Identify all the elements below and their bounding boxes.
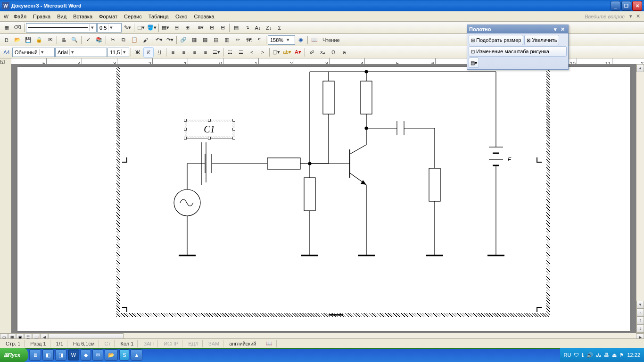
eraser-icon[interactable]: ⌫ [12,23,23,33]
status-trk[interactable]: ИСПР [160,340,182,347]
page[interactable]: C1 E [17,67,630,331]
scroll-up-icon[interactable]: ▲ [636,64,644,72]
task-skype[interactable]: S [119,349,129,361]
ask-box[interactable]: Введите вопрос [585,14,627,19]
tray-volume-icon[interactable]: 🔊 [586,352,593,358]
font-combo[interactable]: Arial▾ [55,48,107,57]
next-page-icon[interactable]: ⇓ [636,325,644,333]
show-marks-icon[interactable]: ¶ [254,35,264,45]
new-doc-icon[interactable]: 🗋 [1,35,12,45]
menu-edit[interactable]: Правка [30,13,54,20]
sort-asc-icon[interactable]: A↓ [253,23,263,33]
minimize-button[interactable]: _ [611,1,620,11]
styles-pane-icon[interactable]: А4 [1,47,12,58]
insert-table-icon[interactable]: ▦▾ [160,23,171,33]
task-app4[interactable]: ▲ [131,349,142,361]
menu-window[interactable]: Окно [172,13,191,20]
scale-button[interactable]: ⊡ Изменение масштаба рисунка [469,46,567,57]
reading-mode-button[interactable]: Чтение [320,35,342,45]
system-tray[interactable]: RU 🛡 ℹ 🔊 🖧 🖶 ⏏ ⚑ 12:22 [560,348,644,362]
fit-button[interactable]: ⊞ Подобрать размер [469,35,523,45]
menu-help[interactable]: Справка [190,13,217,20]
draw-table-icon[interactable]: ▦ [1,23,12,33]
vertical-ruler[interactable] [0,64,11,333]
text-wrap-icon[interactable]: ▤▾ [469,58,479,68]
ql-desktop-icon[interactable]: 🖥 [29,349,41,361]
menu-format[interactable]: Формат [96,13,121,20]
redo-icon[interactable]: ↷▾ [165,35,175,45]
ql-app2-icon[interactable]: ◨ [55,349,66,361]
highlight-icon[interactable]: ab▾ [282,47,292,58]
menu-tools[interactable]: Сервис [121,13,145,20]
decrease-indent-icon[interactable]: ≤ [247,47,257,58]
menu-view[interactable]: Вид [54,13,70,20]
italic-button[interactable]: К [143,47,154,58]
tray-network-icon[interactable]: 🖧 [596,352,601,358]
symbol-icon[interactable]: Ω [328,47,339,58]
tables-borders-icon[interactable]: ▦ [189,35,199,45]
autoformat-icon[interactable]: ▤ [231,23,241,33]
status-lang[interactable]: английский [225,340,260,347]
word-menu-icon[interactable]: W [2,11,10,22]
menu-table[interactable]: Таблица [145,13,172,20]
merge-cells-icon[interactable]: ⊟ [171,23,182,33]
print-preview-icon[interactable]: 🔍 [69,35,80,45]
canvas-panel-title[interactable]: Полотно ▾✕ [467,25,568,33]
cut-icon[interactable]: ✂ [107,35,118,45]
line-style-combo[interactable]: ▾ [26,23,97,33]
numbering-icon[interactable]: ☷ [225,47,235,58]
ask-dropdown[interactable]: ▾ [627,13,634,19]
outside-border-icon[interactable]: ▢▾ [136,23,146,33]
task-word[interactable]: W [68,349,79,361]
save-icon[interactable]: 💾 [23,35,33,45]
align-left-icon[interactable]: ≡ [168,47,178,58]
tray-info-icon[interactable]: ℹ [582,352,584,358]
text-direction-icon[interactable]: ↴ [242,23,252,33]
align-right-icon[interactable]: ≡ [190,47,200,58]
distribute-cols-icon[interactable]: ⊟ [217,23,228,33]
paste-icon[interactable]: 📋 [129,35,140,45]
status-ext[interactable]: ВДЛ [184,340,203,347]
doc-map-icon[interactable]: 🗺 [243,35,254,45]
permission-icon[interactable]: 🔒 [34,35,44,45]
browse-object-icon[interactable]: ◦ [636,309,644,317]
open-icon[interactable]: 📂 [12,35,23,45]
undo-icon[interactable]: ↶▾ [154,35,164,45]
ql-app1-icon[interactable]: ◧ [42,349,54,361]
columns-icon[interactable]: ▥ [222,35,232,45]
menu-file[interactable]: Файл [10,13,30,20]
bullets-icon[interactable]: ☰ [236,47,246,58]
tray-flag-icon[interactable]: ⚑ [619,352,624,358]
justify-icon[interactable]: ≡ [200,47,211,58]
split-cells-icon[interactable]: ⊞ [182,23,192,33]
start-button[interactable]: ⊞ Пуск [0,348,28,362]
email-icon[interactable]: ✉ [45,35,55,45]
circuit-diagram[interactable]: E [126,67,550,312]
distribute-rows-icon[interactable]: ⊟ [206,23,217,33]
format-painter-icon[interactable]: 🖌 [140,35,150,45]
spelling-icon[interactable]: ✓ [83,35,93,45]
tray-lang[interactable]: RU [564,352,571,358]
print-icon[interactable]: 🖶 [58,35,69,45]
menu-close-doc[interactable]: ✕ [634,13,642,19]
panel-close-icon[interactable]: ✕ [559,26,566,33]
canvas-toolbar-panel[interactable]: Полотно ▾✕ ⊞ Подобрать размер ⊠ Увеличит… [467,25,569,70]
tray-print-icon[interactable]: 🖶 [604,352,609,358]
strikethrough-icon[interactable]: x̶ [339,47,349,58]
shading-color-icon[interactable]: 🪣▾ [147,23,157,33]
line-spacing-icon[interactable]: ☰▾ [211,47,222,58]
copy-icon[interactable]: ⧉ [118,35,129,45]
help-icon[interactable]: ◉ [296,35,306,45]
restore-button[interactable]: ❐ [621,1,631,11]
status-spell-icon[interactable]: 📖 [262,340,277,347]
align-cell-icon[interactable]: ≡▾ [196,23,206,33]
zoom-combo[interactable]: 158%▾ [268,35,295,45]
increase-indent-icon[interactable]: ≥ [257,47,268,58]
underline-button[interactable]: Ч [154,47,165,58]
vertical-scrollbar[interactable]: ▲ ▼ ◦ ⇑ ⇓ [636,64,644,333]
document-scroll[interactable]: C1 E [11,64,636,333]
research-icon[interactable]: 📚 [94,35,104,45]
status-ovr[interactable]: ЗАМ [205,340,223,347]
excel-icon[interactable]: ▤ [211,35,221,45]
close-button[interactable]: ✕ [632,1,642,11]
